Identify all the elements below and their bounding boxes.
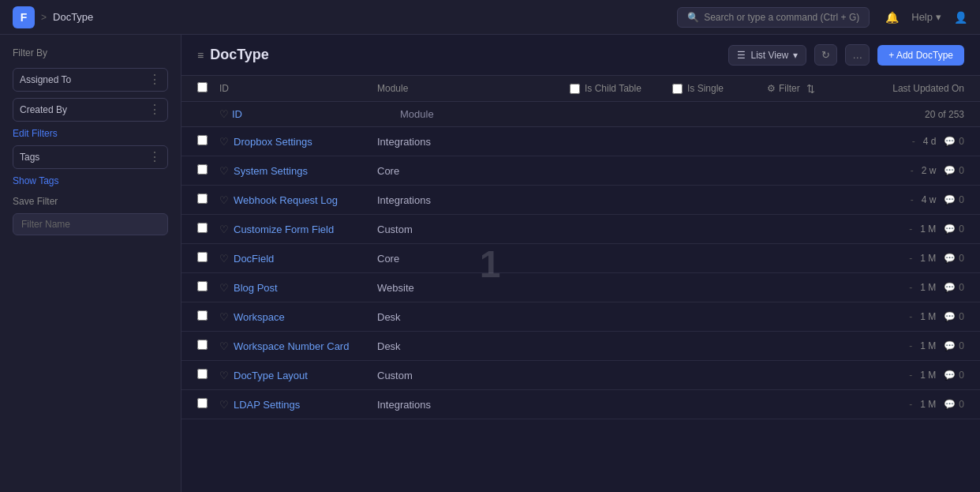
filter-toggle-button[interactable]: ⚙ Filter <box>767 83 800 94</box>
row-dash: - <box>909 282 912 293</box>
row-checkbox[interactable] <box>197 340 208 350</box>
heart-icon[interactable]: ♡ <box>219 370 229 381</box>
row-id-link[interactable]: Customize Form Field <box>234 223 334 235</box>
table-row[interactable]: ♡ Dropbox Settings Integrations - 4 d 💬 … <box>181 127 980 156</box>
row-id-link[interactable]: LDAP Settings <box>234 399 300 411</box>
row-module-cell: Custom <box>377 370 570 381</box>
col-header-child-table: Is Child Table <box>570 83 672 94</box>
sidebar: Filter By Assigned To ⋮ Created By ⋮ Edi… <box>0 35 181 492</box>
filter-name-input[interactable] <box>13 213 168 235</box>
row-time: 1 M <box>920 340 936 351</box>
user-avatar[interactable]: 👤 <box>954 11 967 24</box>
row-id-link[interactable]: System Settings <box>234 165 308 177</box>
row-id-cell: ♡ DocType Layout <box>219 370 377 381</box>
created-by-label: Created By <box>20 104 67 115</box>
comment-area[interactable]: 💬 0 <box>944 253 964 264</box>
table-row[interactable]: ♡ DocField Core - 1 M 💬 0 <box>181 244 980 273</box>
comment-icon: 💬 <box>944 253 956 264</box>
show-tags-link[interactable]: Show Tags <box>13 175 168 186</box>
row-checkbox[interactable] <box>197 369 208 379</box>
col-filter-actions: ⚙ Filter ⇅ <box>767 83 846 95</box>
row-checkbox[interactable] <box>197 135 208 145</box>
row-id-link[interactable]: Webhook Request Log <box>234 194 338 206</box>
heart-icon[interactable]: ♡ <box>219 340 229 352</box>
comment-area[interactable]: 💬 0 <box>944 165 964 176</box>
comment-area[interactable]: 💬 0 <box>944 282 964 293</box>
heart-icon[interactable]: ♡ <box>219 282 229 294</box>
row-time: 1 M <box>920 399 936 410</box>
page-header: ≡ DocType ☰ List View ▾ ↻ … + Add DocTyp… <box>181 35 980 76</box>
child-table-label: Is Child Table <box>585 83 641 94</box>
comment-area[interactable]: 💬 0 <box>944 370 964 381</box>
row-checkbox[interactable] <box>197 223 208 233</box>
more-options-button[interactable]: … <box>845 44 870 66</box>
row-checkbox-col <box>197 369 219 381</box>
comment-area[interactable]: 💬 0 <box>944 136 964 147</box>
filter-tags[interactable]: Tags ⋮ <box>13 145 168 169</box>
sort-button[interactable]: ⇅ <box>806 83 815 95</box>
heart-icon[interactable]: ♡ <box>219 165 229 177</box>
row-module-cell: Integrations <box>377 194 570 206</box>
heart-icon[interactable]: ♡ <box>219 311 229 323</box>
comment-area[interactable]: 💬 0 <box>944 194 964 205</box>
table-row[interactable]: ♡ System Settings Core - 2 w 💬 0 <box>181 156 980 186</box>
table-row[interactable]: ♡ DocType Layout Custom - 1 M 💬 0 <box>181 361 980 390</box>
table-row[interactable]: ♡ Workspace Number Card Desk - 1 M 💬 0 <box>181 332 980 361</box>
heart-icon[interactable]: ♡ <box>219 399 229 411</box>
add-doctype-button[interactable]: + Add DocType <box>877 45 964 66</box>
search-bar[interactable]: 🔍 Search or type a command (Ctrl + G) <box>677 7 870 28</box>
comment-count: 0 <box>959 370 964 381</box>
row-checkbox[interactable] <box>197 281 208 291</box>
table-row[interactable]: ♡ Workspace Desk - 1 M 💬 0 <box>181 302 980 332</box>
help-menu[interactable]: Help ▾ <box>911 11 941 23</box>
row-checkbox[interactable] <box>197 252 208 262</box>
row-id-link[interactable]: DocType Layout <box>234 370 308 381</box>
col-header-last-updated: Last Updated On <box>846 83 964 94</box>
row-id-cell: ♡ Workspace <box>219 311 377 323</box>
help-label: Help <box>911 11 933 23</box>
row-time: 1 M <box>920 223 936 235</box>
id-row-module: Module <box>242 108 925 120</box>
row-dash: - <box>912 136 915 147</box>
heart-icon[interactable]: ♡ <box>219 194 229 206</box>
row-id-link[interactable]: DocField <box>234 253 274 265</box>
filter-assigned-to[interactable]: Assigned To ⋮ <box>13 68 168 92</box>
table-row[interactable]: ♡ Webhook Request Log Integrations - 4 w… <box>181 186 980 215</box>
row-checkbox[interactable] <box>197 164 208 175</box>
table-row[interactable]: ♡ Customize Form Field Custom - 1 M 💬 0 <box>181 215 980 244</box>
row-last-updated: - 1 M 💬 0 <box>846 282 964 293</box>
row-checkbox[interactable] <box>197 193 208 204</box>
heart-icon[interactable]: ♡ <box>219 253 229 265</box>
child-table-checkbox[interactable] <box>570 84 580 94</box>
app-logo[interactable]: F <box>13 6 35 28</box>
comment-area[interactable]: 💬 0 <box>944 223 964 235</box>
notification-bell-icon[interactable]: 🔔 <box>885 11 899 24</box>
row-id-link[interactable]: Dropbox Settings <box>234 136 312 148</box>
comment-count: 0 <box>959 165 964 176</box>
heart-icon-id-row[interactable]: ♡ <box>219 108 229 120</box>
select-all-checkbox[interactable] <box>197 82 208 92</box>
filter-created-by[interactable]: Created By ⋮ <box>13 98 168 122</box>
heart-icon[interactable]: ♡ <box>219 223 229 235</box>
single-checkbox[interactable] <box>672 84 683 94</box>
row-id-link[interactable]: Blog Post <box>234 282 278 294</box>
row-id-link[interactable]: Workspace <box>234 311 285 323</box>
edit-filters-link[interactable]: Edit Filters <box>13 128 168 139</box>
heart-icon[interactable]: ♡ <box>219 136 229 148</box>
table-row[interactable]: ♡ LDAP Settings Integrations - 1 M 💬 0 <box>181 390 980 419</box>
table-row[interactable]: ♡ Blog Post Website - 1 M 💬 0 <box>181 273 980 302</box>
comment-area[interactable]: 💬 0 <box>944 340 964 351</box>
comment-area[interactable]: 💬 0 <box>944 399 964 410</box>
row-checkbox[interactable] <box>197 310 208 321</box>
refresh-button[interactable]: ↻ <box>814 44 837 66</box>
row-id-cell: ♡ Customize Form Field <box>219 223 377 235</box>
row-checkbox[interactable] <box>197 398 208 408</box>
id-row-label: ID <box>232 108 242 120</box>
breadcrumb-page[interactable]: DocType <box>53 11 93 23</box>
view-selector[interactable]: ☰ List View ▾ <box>728 45 806 66</box>
row-module-cell: Integrations <box>377 136 570 148</box>
row-id-link[interactable]: Workspace Number Card <box>234 340 349 352</box>
row-id-cell: ♡ Workspace Number Card <box>219 340 377 352</box>
hamburger-icon[interactable]: ≡ <box>197 49 204 62</box>
comment-area[interactable]: 💬 0 <box>944 311 964 322</box>
